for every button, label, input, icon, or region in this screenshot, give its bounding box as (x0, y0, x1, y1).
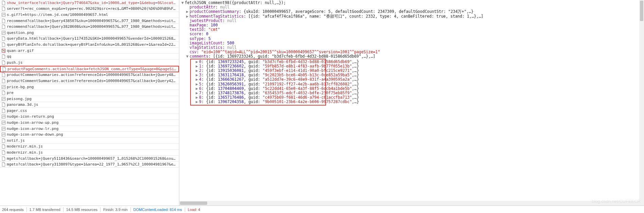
file-icon (1, 79, 5, 83)
request-name: modernizr.min.js (7, 150, 43, 155)
file-icon (1, 144, 5, 149)
file-icon (1, 13, 5, 17)
network-row[interactable]: notif.js (0, 138, 179, 144)
network-row[interactable]: pager.css (0, 108, 179, 114)
request-name: productPageComments.action?callback=fetc… (7, 67, 177, 71)
status-load: Load: 4 (188, 208, 200, 212)
request-name: productCommentSummaries.action?reference… (7, 73, 178, 77)
file-icon (1, 97, 5, 101)
expand-icon[interactable]: ▶ (186, 9, 190, 14)
request-name: show_interface?callback=jQuery7746647&sk… (7, 1, 178, 5)
expand-icon[interactable]: ▶ (186, 14, 190, 19)
file-icon (1, 42, 5, 46)
scroll-thumb-v[interactable] (640, 1, 643, 21)
file-icon (1, 25, 5, 29)
network-row[interactable]: recommend?callback=jQuery438507&sku=1000… (0, 18, 179, 24)
network-row[interactable]: nudge-icon-return.png (0, 114, 179, 120)
network-row[interactable]: mgets?callback=jQuery5118436&search=1000… (0, 156, 179, 162)
file-icon (1, 138, 5, 142)
network-row[interactable]: productPageComments.action?callback=fetc… (0, 66, 179, 72)
network-row[interactable]: qq (0, 54, 179, 60)
tree-row: jwotestProduct: null (181, 19, 642, 23)
expand-icon[interactable]: ▶ (196, 60, 199, 64)
request-name: productCommentSummaries.action?reference… (7, 79, 178, 83)
request-name: mgets?callback=jQuery3138097&type=1&area… (7, 162, 178, 167)
expand-icon[interactable]: ▶ (196, 77, 199, 82)
file-icon (1, 19, 5, 23)
request-name: queryData.html?callback=jQuery1174352&SK… (7, 36, 178, 41)
request-name: s.gif?l=https://item.jd.com/100000499657… (7, 13, 108, 17)
network-row[interactable]: pre (0, 90, 179, 96)
network-row[interactable]: s.gif?l=https://item.jd.com/100000499657… (0, 12, 179, 18)
scrollbar-horizontal[interactable] (179, 201, 639, 206)
file-icon (1, 151, 5, 155)
request-name: quan-arr.gif (7, 49, 34, 53)
network-row[interactable]: quan-arr.gif (0, 48, 179, 54)
network-panel: show_interface?callback=jQuery7746647&sk… (0, 0, 179, 206)
request-name: pager.css (7, 109, 27, 113)
expand-icon[interactable]: ▶ (196, 82, 199, 86)
file-icon (1, 156, 5, 160)
file-icon (1, 49, 5, 53)
expand-icon[interactable]: ▼ (186, 54, 190, 59)
tree-row: imageListCount: 500 (181, 41, 642, 45)
file-icon (1, 127, 5, 131)
network-row[interactable]: nudge-icon-arrow-lr.png (0, 126, 179, 132)
network-row[interactable]: nudge-icon-arrow-up.png (0, 120, 179, 126)
request-name: peisong.jpg (7, 97, 32, 101)
tree-row[interactable]: ▶hotCommentTagStatistics: [{id: "afcaf4f… (181, 14, 642, 19)
file-icon (1, 37, 5, 41)
network-row[interactable]: modernizr.min.js (0, 150, 179, 156)
request-name: queryBtPlanInfo.do?callback=queryBtPlanI… (7, 42, 178, 47)
request-name: nudge-icon-arrow-lr.png (7, 127, 58, 131)
network-row[interactable]: modernizr.min.js (0, 144, 179, 150)
scroll-corner (639, 201, 644, 206)
request-name: server?t=rec_common_exp&v=type=rec.90202… (7, 6, 178, 11)
file-icon (1, 109, 5, 113)
scroll-thumb-h[interactable] (180, 201, 207, 205)
network-row[interactable]: recommend?callback=jQuery3828608&sku=100… (0, 24, 179, 30)
network-row[interactable]: panorama.3d.js (0, 102, 179, 108)
tree-row[interactable]: ▼comments: [{id: 13697233245, guid: "b3d… (181, 54, 642, 59)
file-icon (1, 115, 5, 119)
file-icon (1, 91, 5, 95)
network-row[interactable]: productCommentSummaries.action?reference… (0, 72, 179, 78)
expand-icon[interactable]: ▶ (196, 100, 199, 104)
request-name: panorama.3d.js (7, 102, 38, 107)
expand-icon[interactable]: ▼ (181, 1, 185, 5)
network-row[interactable]: price-bg.png (0, 84, 179, 90)
request-name: mgets?callback=jQuery5118436&search=1000… (7, 156, 178, 161)
tree-row: testId: "cmt" (181, 27, 642, 32)
network-row[interactable]: nudge-icon-arrow-down.png (0, 132, 179, 138)
tree-row: score: 0 (181, 32, 642, 36)
status-bar: 264 requests 1.7 MB transferred 14.5 MB … (0, 206, 644, 213)
network-row[interactable]: push.js (0, 60, 179, 66)
network-row[interactable]: question.png (0, 30, 179, 36)
network-row[interactable]: queryData.html?callback=jQuery1174352&SK… (0, 36, 179, 42)
tree-row: maxPage: 100 (181, 23, 642, 27)
file-icon (1, 103, 5, 107)
network-row[interactable]: show_interface?callback=jQuery7746647&sk… (0, 0, 179, 6)
network-request-list[interactable]: show_interface?callback=jQuery7746647&sk… (0, 0, 179, 206)
network-row[interactable]: server?t=rec_common_exp&v=type=rec.90202… (0, 6, 179, 12)
status-requests: 264 requests (2, 208, 24, 212)
network-row[interactable]: mgets?callback=jQuery3138097&type=1&area… (0, 161, 179, 168)
request-name: nudge-icon-return.png (7, 114, 54, 119)
file-icon (1, 55, 5, 59)
request-name: question.png (7, 31, 34, 35)
request-name: price-bg.png (7, 85, 34, 89)
network-row[interactable]: productCommentSummaries.action?reference… (0, 78, 179, 84)
file-icon (1, 1, 5, 5)
comments-array-box: ▶0: {id: 13697233245, guid: "b3d7cfeb-6f… (190, 59, 326, 105)
request-name: nudge-icon-arrow-up.png (7, 120, 58, 125)
network-row[interactable]: peisong.jpg (0, 96, 179, 102)
network-row[interactable]: queryBtPlanInfo.do?callback=queryBtPlanI… (0, 42, 179, 48)
tree-row[interactable]: ▼fetchJSON_comment98({productAttr: null,… (181, 1, 642, 5)
file-icon (1, 121, 5, 125)
json-tree[interactable]: ▼fetchJSON_comment98({productAttr: null,… (181, 1, 642, 105)
comment-item[interactable]: ▶9: {id: 13967204358, guid: "9b005101-23… (196, 100, 325, 104)
scrollbar-vertical[interactable] (639, 0, 644, 206)
preview-panel: ▼fetchJSON_comment98({productAttr: null,… (179, 0, 644, 206)
file-icon (2, 67, 6, 71)
status-resources: 14.5 MB resources (66, 208, 97, 212)
